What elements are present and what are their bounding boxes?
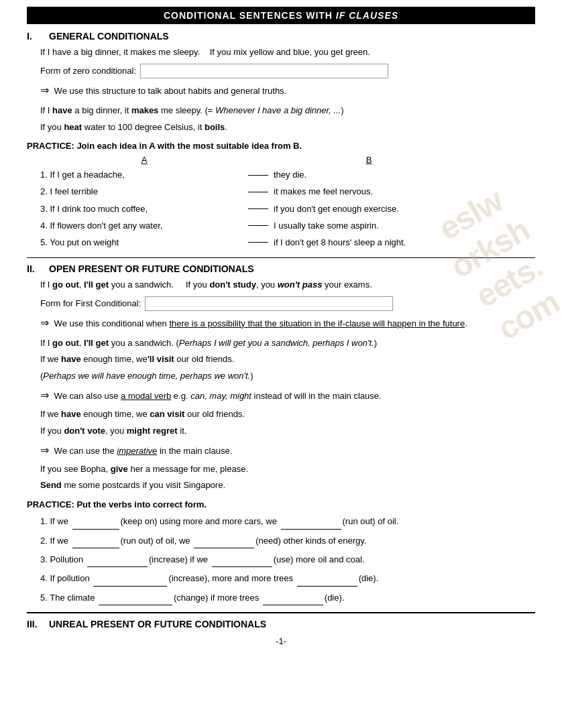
practice-2-header: PRACTICE: Put the verbs into correct for… — [27, 499, 535, 509]
arrow-icon-1: ⇒ — [40, 84, 49, 96]
first-conditional-input[interactable] — [145, 296, 393, 311]
col-b-item-1: they die. — [248, 168, 490, 182]
arrow-icon-2: ⇒ — [40, 317, 49, 328]
fill-item-5: 5. The climate (change) if more trees (d… — [40, 590, 535, 605]
first-conditional-label: Form for First Conditional: — [40, 298, 141, 308]
section-iii-title: UNREAL PRESENT OR FUTURE CONDITIONALS — [49, 619, 266, 629]
arrow-icon-4: ⇒ — [40, 444, 49, 456]
roman-i: I. — [27, 31, 44, 42]
col-a-item-3: 3. If I drink too much coffee, — [40, 202, 248, 217]
section-ii-bold-1: If I go out, I'll get you a sandwich. (P… — [40, 337, 535, 351]
title-text: CONDITIONAL SENTENCES WITH — [164, 10, 336, 21]
col-b-item-4: I usually take some aspirin. — [248, 219, 490, 233]
section-ii-note-2: ⇒ We can also use a modal verb e.g. can,… — [40, 387, 535, 404]
zero-conditional-label: Form of zero conditional: — [40, 66, 136, 76]
practice-1-header: PRACTICE: Join each idea in A with the m… — [27, 141, 535, 151]
col-a: A 1. If I get a headache, 2. I feel terr… — [40, 155, 248, 251]
divider-2 — [27, 612, 535, 613]
col-b: B they die. it makes me feel nervous. if… — [248, 155, 490, 251]
fill-item-1: 1. If we (keep on) using more and more c… — [40, 513, 535, 529]
section-ii-example-1: If I go out, I'll get you a sandwich. If… — [40, 278, 535, 292]
practice-1-columns: A 1. If I get a headache, 2. I feel terr… — [40, 155, 535, 251]
zero-conditional-note: ⇒ We use this structure to talk about ha… — [40, 82, 535, 99]
col-a-item-2: 2. I feel terrible — [40, 184, 248, 199]
page: CONDITIONAL SENTENCES WITH IF CLAUSES I.… — [0, 0, 562, 728]
modal-example-1: If we have enough time, we can visit our… — [40, 408, 535, 422]
modal-example-2: If you don't vote, you might regret it. — [40, 424, 535, 438]
title-italic: IF CLAUSES — [336, 10, 398, 21]
divider-1 — [27, 257, 535, 258]
zero-conditional-form-row: Form of zero conditional: — [40, 64, 535, 78]
imperative-example-2: Send me some postcards if you visit Sing… — [40, 479, 535, 493]
arrow-icon-3: ⇒ — [40, 389, 49, 401]
section-ii-bold-2: If we have enough time, we'll visit our … — [40, 353, 535, 367]
col-b-item-5: if I don't get 8 hours' sleep a night. — [248, 235, 490, 250]
page-number: -1- — [27, 636, 535, 646]
example-line-1: If I have a big dinner, it makes me slee… — [40, 46, 535, 60]
fill-item-2: 2. If we (run out) of oil, we (need) oth… — [40, 533, 535, 548]
title-bar: CONDITIONAL SENTENCES WITH IF CLAUSES — [27, 7, 535, 24]
section-i-content: If I have a big dinner, it makes me slee… — [40, 46, 535, 134]
col-b-header: B — [248, 155, 490, 165]
practice-2-fill: 1. If we (keep on) using more and more c… — [40, 513, 535, 605]
section-ii-bold-3: (Perhaps we will have enough time, perha… — [40, 369, 535, 383]
section-ii-content: If I go out, I'll get you a sandwich. If… — [40, 278, 535, 493]
col-b-item-2: it makes me feel nervous. — [248, 184, 490, 199]
section-iii-header: III. UNREAL PRESENT OR FUTURE CONDITIONA… — [27, 619, 535, 629]
section-i-header: I. GENERAL CONDITIONALS — [27, 31, 535, 42]
col-a-item-5: 5. You put on weight — [40, 235, 248, 250]
fill-item-4: 4. If pollution (increase), more and mor… — [40, 570, 535, 586]
col-a-item-4: 4. If flowers don't get any water, — [40, 219, 248, 233]
bold-example-2: If you heat water to 100 degree Celsius,… — [40, 121, 535, 135]
bold-example-1: If I have a big dinner, it makes me slee… — [40, 104, 535, 118]
roman-ii: II. — [27, 263, 44, 274]
col-a-item-1: 1. If I get a headache, — [40, 168, 248, 182]
section-ii-note-1: ⇒ We use this conditional when there is … — [40, 315, 535, 331]
section-ii-title: OPEN PRESENT OR FUTURE CONDITIONALS — [49, 263, 254, 274]
section-ii-note-3: ⇒ We can use the imperative in the main … — [40, 442, 535, 459]
section-ii-header: II. OPEN PRESENT OR FUTURE CONDITIONALS — [27, 263, 535, 274]
fill-item-3: 3. Pollution (increase) if we (use) more… — [40, 552, 535, 567]
imperative-example-1: If you see Bopha, give her a message for… — [40, 463, 535, 477]
section-i-title: GENERAL CONDITIONALS — [49, 31, 169, 42]
first-conditional-form-row: Form for First Conditional: — [40, 296, 535, 311]
roman-iii: III. — [27, 619, 44, 629]
col-b-item-3: if you don't get enough exercise. — [248, 202, 490, 217]
zero-conditional-input[interactable] — [140, 64, 388, 78]
col-a-header: A — [40, 155, 248, 165]
